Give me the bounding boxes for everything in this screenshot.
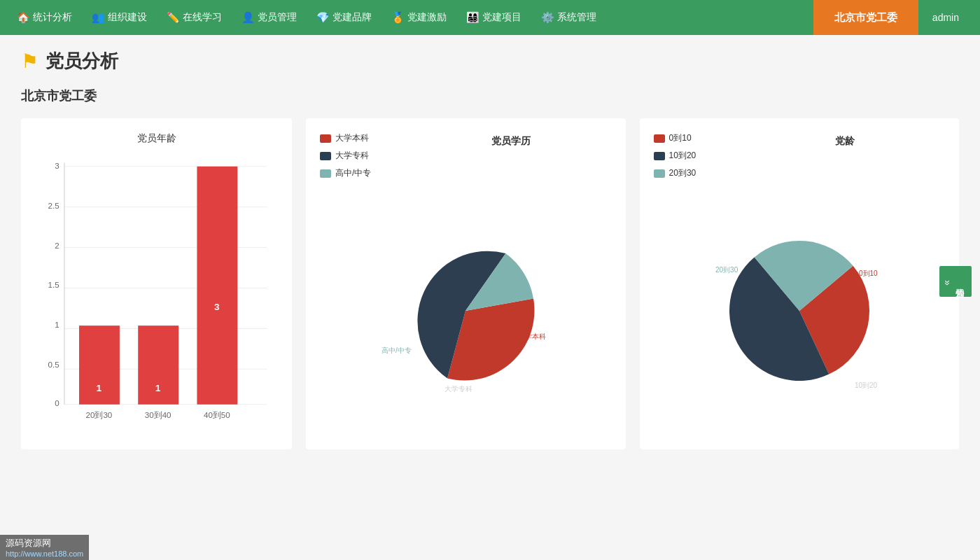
nav-item-brand[interactable]: 💎 党建品牌	[307, 0, 382, 35]
nav-items: 🏠 统计分析 👥 组织建设 ✏️ 在线学习 👤 党员管理 💎 党建品牌 🏅 党建…	[7, 0, 813, 35]
party-age-pie-box: 0到10 10到20 20到30 党龄	[640, 118, 959, 449]
svg-text:1: 1	[97, 383, 102, 393]
nav-label-project: 党建项目	[482, 11, 522, 24]
legend-label-undergrad: 大学本科	[335, 132, 369, 144]
watermark-url: http://www.net188.com	[6, 550, 83, 558]
nav-item-org[interactable]: 👥 组织建设	[82, 0, 157, 35]
svg-text:大学本科: 大学本科	[518, 332, 546, 340]
legend-color-0-10	[654, 134, 665, 143]
notice-tab[interactable]: 通知公告 »	[939, 266, 972, 297]
svg-text:40到50: 40到50	[204, 411, 230, 419]
legend-item-0-10: 0到10	[654, 132, 717, 144]
nav-label-activity: 党建激励	[407, 11, 447, 24]
bar-chart-svg: 3 2.5 2 1.5 1 0.5 0	[35, 155, 278, 435]
nav-item-system[interactable]: ⚙️ 系统管理	[531, 0, 606, 35]
admin-label[interactable]: admin	[918, 12, 973, 23]
project-icon: 👨‍👩‍👧‍👦	[466, 11, 479, 24]
svg-text:3: 3	[55, 162, 59, 170]
bar-3	[197, 167, 237, 405]
nav-label-org: 组织建设	[108, 11, 147, 24]
svg-text:30到40: 30到40	[145, 411, 172, 419]
education-pie-header: 大学本科 大学专科 高中/中专 党员学历	[320, 132, 611, 179]
legend-item-undergrad: 大学本科	[320, 132, 383, 144]
svg-text:10到20: 10到20	[855, 382, 878, 389]
svg-text:高中/中专: 高中/中专	[382, 346, 412, 354]
watermark-text: 源码资源网	[6, 537, 83, 550]
legend-label-20-30: 20到30	[669, 167, 696, 179]
party-age-legend: 0到10 10到20 20到30	[654, 132, 717, 179]
svg-text:2.5: 2.5	[48, 202, 59, 210]
member-icon: 👤	[241, 11, 255, 24]
nav-item-project[interactable]: 👨‍👩‍👧‍👦 党建项目	[456, 0, 531, 35]
bar-chart-area: 3 2.5 2 1.5 1 0.5 0	[35, 155, 278, 435]
bar-chart-box: 党员年龄 3 2.5 2 1.5 1 0.5 0	[21, 118, 292, 449]
party-age-svg-area: 0到10 10到20 20到30	[654, 186, 945, 435]
org-name[interactable]: 北京市党工委	[813, 0, 918, 35]
org-icon: 👥	[92, 11, 105, 24]
legend-item-10-20: 10到20	[654, 150, 717, 162]
svg-text:1: 1	[155, 383, 161, 393]
system-icon: ⚙️	[541, 11, 554, 24]
nav-item-member[interactable]: 👤 党员管理	[232, 0, 307, 35]
education-pie-svg: 大学本科 高中/中专 大学专科	[368, 213, 564, 409]
svg-text:1: 1	[55, 321, 59, 329]
legend-color-college	[320, 152, 331, 160]
party-emblem-icon: ⚑	[21, 50, 38, 73]
legend-color-undergrad	[320, 134, 331, 143]
charts-container: 党员年龄 3 2.5 2 1.5 1 0.5 0	[21, 118, 959, 449]
notice-arrow-icon: »	[942, 280, 953, 286]
education-pie-svg-area: 大学本科 高中/中专 大学专科	[320, 186, 611, 435]
svg-text:0.5: 0.5	[48, 360, 59, 369]
svg-text:大学专科: 大学专科	[444, 385, 472, 393]
nav-label-system: 系统管理	[557, 11, 596, 24]
legend-label-highschool: 高中/中专	[335, 167, 371, 179]
legend-item-20-30: 20到30	[654, 167, 717, 179]
watermark: 源码资源网 http://www.net188.com	[0, 535, 89, 560]
main-content: ⚑ 党员分析 北京市党工委 党员年龄 3 2.5 2 1.5 1 0.5 0	[0, 35, 980, 560]
svg-text:20到30: 20到30	[715, 266, 738, 274]
svg-text:0到10: 0到10	[859, 270, 878, 277]
party-age-pie-title: 党龄	[745, 132, 945, 179]
legend-color-10-20	[654, 152, 665, 160]
navbar: 🏠 统计分析 👥 组织建设 ✏️ 在线学习 👤 党员管理 💎 党建品牌 🏅 党建…	[0, 0, 980, 35]
svg-text:1.5: 1.5	[48, 281, 59, 289]
nav-item-activity[interactable]: 🏅 党建激励	[382, 0, 456, 35]
legend-item-college: 大学专科	[320, 150, 383, 162]
page-title-row: ⚑ 党员分析	[21, 49, 959, 74]
svg-text:0: 0	[55, 399, 59, 407]
nav-item-online-study[interactable]: ✏️ 在线学习	[157, 0, 232, 35]
party-age-pie-svg: 0到10 10到20 20到30	[701, 213, 897, 409]
legend-color-20-30	[654, 169, 665, 178]
study-icon: ✏️	[167, 11, 180, 24]
legend-label-college: 大学专科	[335, 150, 369, 162]
nav-item-stats[interactable]: 🏠 统计分析	[7, 0, 82, 35]
bar-chart-title: 党员年龄	[35, 132, 278, 145]
section-header: 北京市党工委	[21, 88, 959, 104]
education-pie-box: 大学本科 大学专科 高中/中专 党员学历	[306, 118, 625, 449]
nav-label-study: 在线学习	[183, 11, 222, 24]
svg-text:20到30: 20到30	[86, 411, 113, 419]
stats-icon: 🏠	[17, 11, 30, 24]
brand-icon: 💎	[316, 11, 330, 24]
nav-label-member: 党员管理	[258, 11, 297, 24]
nav-label-stats: 统计分析	[33, 11, 72, 24]
party-age-pie-header: 0到10 10到20 20到30 党龄	[654, 132, 945, 179]
svg-text:2: 2	[55, 241, 59, 250]
activity-icon: 🏅	[391, 11, 405, 24]
legend-item-highschool: 高中/中专	[320, 167, 383, 179]
legend-label-10-20: 10到20	[669, 150, 696, 162]
legend-color-highschool	[320, 169, 331, 178]
education-legend: 大学本科 大学专科 高中/中专	[320, 132, 383, 179]
nav-label-brand: 党建品牌	[332, 11, 372, 24]
legend-label-0-10: 0到10	[669, 132, 692, 144]
page-title: 党员分析	[46, 49, 118, 74]
svg-text:3: 3	[214, 302, 220, 312]
education-pie-title: 党员学历	[411, 132, 611, 179]
